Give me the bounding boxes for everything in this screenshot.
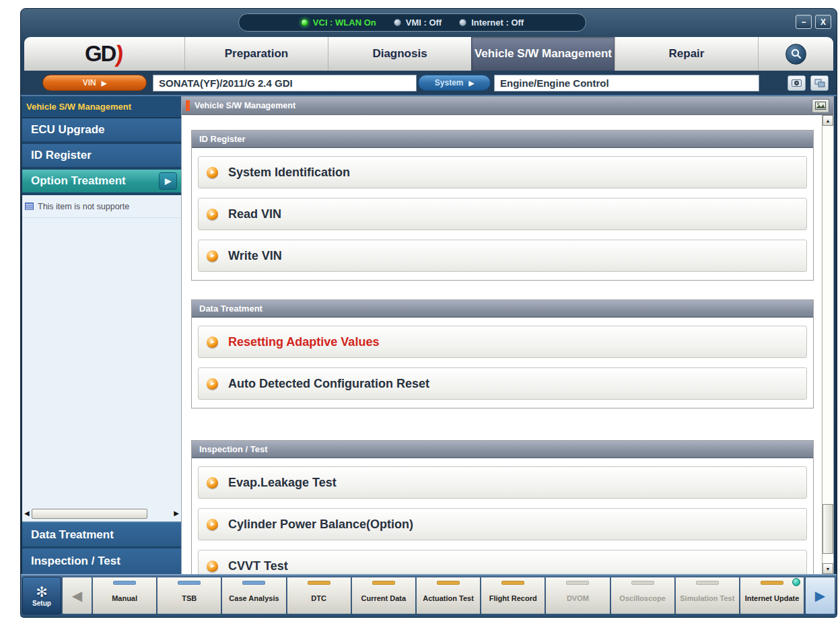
indicator-bar-icon [761, 581, 783, 585]
sidebar-item-inspection-test[interactable]: Inspection / Test [22, 548, 181, 574]
toolbar-button-flight-record[interactable]: Flight Record [481, 577, 545, 614]
orange-ball-arrow-icon [207, 561, 218, 572]
vci-status-label: VCI : WLAN On [313, 17, 376, 28]
close-button[interactable]: X [815, 15, 831, 29]
gds-logo: GD ) [85, 40, 124, 67]
system-value-field[interactable]: Engine/Engine Control [494, 75, 759, 92]
system-arrow-icon: ▶ [469, 79, 475, 87]
scrollbar-thumb[interactable] [823, 504, 833, 554]
menu-item-cvvt-test[interactable]: CVVT Test [198, 550, 807, 574]
toolbar-button-actuation-test[interactable]: Actuation Test [417, 577, 481, 614]
orange-ball-arrow-icon [207, 167, 218, 178]
section-inspection-test: Inspection / Test Evap.Leakage Test Cyli… [191, 440, 814, 574]
menu-item-label: System Identification [228, 166, 350, 180]
sidebar-empty-area [22, 218, 181, 505]
internet-status: Internet : Off [459, 17, 524, 28]
capture-tool-button[interactable] [788, 75, 806, 91]
expand-arrow-button[interactable]: ▶ [159, 172, 177, 190]
menu-item-resetting-adaptive-values[interactable]: Resetting Adaptive Values [198, 326, 807, 358]
vin-value-field[interactable]: SONATA(YF)/2011/G 2.4 GDI [153, 75, 417, 92]
menu-item-label: CVVT Test [228, 559, 288, 573]
scrollbar-thumb[interactable] [32, 509, 147, 519]
content-vertical-scrollbar[interactable]: ▲ ▼ [822, 115, 833, 574]
scroll-right-arrow-icon[interactable]: ▶ [174, 510, 179, 517]
window-layout-button[interactable] [810, 75, 829, 91]
sidebar-item-label: ECU Upgrade [31, 123, 105, 137]
tab-preparation[interactable]: Preparation [184, 37, 328, 71]
sidebar-item-label: ID Register [31, 149, 92, 162]
sidebar-item-id-register[interactable]: ID Register [22, 144, 181, 170]
toolbar-scroll-right-button[interactable]: ▶ [805, 577, 835, 614]
toolbar-button-oscilloscope: Oscilloscope [611, 577, 675, 614]
vin-button-label: VIN [83, 78, 96, 87]
orange-ball-arrow-icon [207, 477, 218, 489]
update-badge-icon [792, 578, 800, 586]
content-title: Vehicle S/W Management [195, 101, 807, 110]
scroll-up-arrow-icon[interactable]: ▲ [823, 115, 833, 126]
menu-item-label: Auto Detected Configuration Reset [228, 377, 429, 391]
indicator-bar-icon [437, 581, 460, 585]
gds-logo-swoosh-icon: ) [114, 40, 125, 67]
toolbar-button-case-analysis[interactable]: Case Analysis [222, 577, 286, 614]
section-id-register: ID Register System Identification Read V… [191, 130, 814, 281]
tab-repair[interactable]: Repair [615, 37, 758, 71]
note-list-icon [25, 203, 34, 210]
orange-ball-arrow-icon [207, 250, 218, 262]
orange-ball-arrow-icon [207, 519, 218, 530]
screen-capture-button[interactable] [812, 99, 829, 113]
minimize-button[interactable]: − [796, 15, 812, 29]
menu-item-write-vin[interactable]: Write VIN [198, 240, 807, 272]
sidebar-note: This item is not supporte [22, 195, 181, 218]
sidebar-item-option-treatment[interactable]: Option Treatment ▶ [22, 170, 181, 195]
main-nav: GD ) Preparation Diagnosis Vehicle S/W M… [24, 37, 833, 71]
content-header: Vehicle S/W Management [182, 97, 833, 115]
menu-item-label: Read VIN [228, 207, 281, 221]
orange-ball-arrow-icon [207, 378, 218, 390]
orange-ball-arrow-icon [207, 209, 218, 220]
toolbar-button-current-data[interactable]: Current Data [352, 577, 416, 614]
system-button[interactable]: System ▶ [418, 75, 491, 91]
indicator-bar-icon [178, 581, 201, 585]
sidebar-bottom-group: Data Treatment Inspection / Test [22, 522, 181, 574]
menu-item-system-identification[interactable]: System Identification [198, 156, 807, 188]
search-area [758, 37, 833, 71]
search-button[interactable] [785, 44, 806, 65]
scroll-down-arrow-icon[interactable]: ▼ [823, 563, 833, 574]
setup-button[interactable]: ✻ Setup [22, 577, 61, 614]
indicator-bar-icon [501, 581, 524, 585]
main-area: Vehicle S/W Management ECU Upgrade ID Re… [21, 96, 837, 574]
toolbar-button-dtc[interactable]: DTC [287, 577, 351, 614]
sidebar-item-ecu-upgrade[interactable]: ECU Upgrade [22, 118, 181, 144]
sidebar-item-data-treatment[interactable]: Data Treatment [22, 523, 181, 548]
tab-vehicle-sw-management[interactable]: Vehicle S/W Management [471, 37, 615, 71]
vmi-status: VMI : Off [394, 17, 442, 28]
logo-area: GD ) [24, 37, 184, 71]
toolbar-button-manual[interactable]: Manual [93, 577, 157, 614]
section-header: ID Register [192, 131, 813, 148]
vci-status: VCI : WLAN On [301, 17, 376, 28]
vci-status-dot-icon [301, 19, 308, 26]
menu-item-evap-leakage-test[interactable]: Evap.Leakage Test [198, 466, 807, 499]
sidebar-horizontal-scrollbar[interactable]: ◀ ▶ [22, 505, 181, 522]
internet-status-dot-icon [459, 19, 466, 26]
content-body: ID Register System Identification Read V… [182, 115, 833, 574]
menu-item-auto-detected-configuration-reset[interactable]: Auto Detected Configuration Reset [198, 367, 807, 400]
indicator-bar-icon [242, 581, 265, 585]
menu-item-cylinder-power-balance[interactable]: Cylinder Power Balance(Option) [198, 508, 807, 540]
toolbar-button-tsb[interactable]: TSB [158, 577, 221, 614]
menu-item-read-vin[interactable]: Read VIN [198, 198, 807, 230]
system-button-label: System [435, 78, 464, 87]
vin-button[interactable]: VIN ▶ [42, 75, 147, 91]
tab-diagnosis[interactable]: Diagnosis [328, 37, 471, 71]
sidebar-item-label: Data Treatment [31, 528, 114, 542]
scrollbar-track[interactable] [823, 126, 833, 563]
toolbar-scroll-left-button[interactable]: ◀ [62, 577, 92, 614]
section-header: Data Treatment [192, 300, 813, 318]
toolbar-button-internet-update[interactable]: Internet Update [740, 577, 804, 614]
vin-arrow-icon: ▶ [102, 79, 107, 87]
vmi-status-dot-icon [394, 19, 401, 26]
menu-item-label: Cylinder Power Balance(Option) [228, 518, 413, 532]
scroll-left-arrow-icon[interactable]: ◀ [24, 510, 30, 517]
indicator-bar-icon [566, 581, 589, 585]
content-panel: Vehicle S/W Management ID Register [181, 96, 834, 574]
